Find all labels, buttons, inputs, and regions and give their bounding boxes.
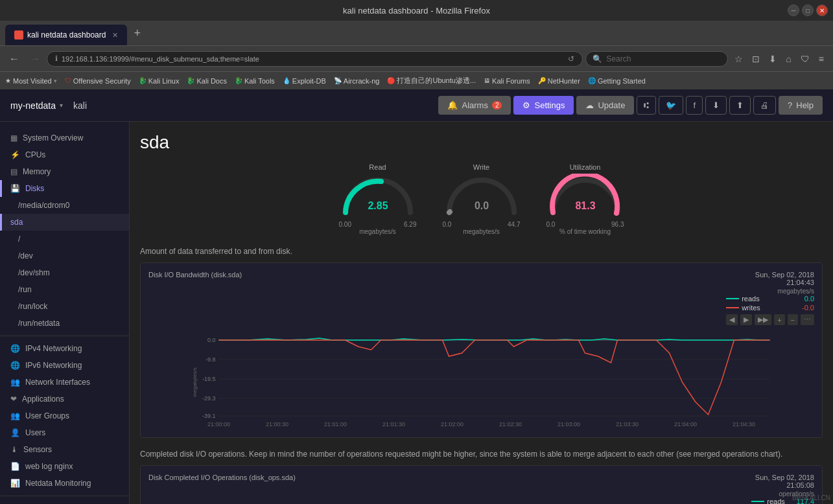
- sidebar-item-run[interactable]: /run: [0, 281, 129, 298]
- sidebar-item-run-lock[interactable]: /run/lock: [0, 298, 129, 315]
- memory-icon: ▤: [10, 167, 18, 176]
- maximize-button[interactable]: □: [802, 5, 814, 16]
- chart1-area[interactable]: 0.0 -9.8 -19.5 -29.3 -39.1: [148, 330, 814, 430]
- chart1-zoom-out-button[interactable]: −: [788, 314, 798, 325]
- sidebar-item-applications[interactable]: ❤ Applications: [0, 391, 129, 407]
- getting-started-icon: 🌐: [588, 77, 596, 84]
- bookmark-aircrack[interactable]: 📡 Aircrack-ng: [334, 77, 380, 85]
- util-gauge: Utilization 81.3 0.0 96.3 % of time w: [534, 163, 637, 235]
- sidebar-item-netdata-monitoring[interactable]: 📊 Netdata Monitoring: [0, 475, 129, 492]
- nav-brand[interactable]: my-netdata ▾: [10, 100, 63, 111]
- sidebar-add-charts[interactable]: + add more charts: [0, 500, 129, 504]
- sidebar-label-sensors: Sensors: [23, 445, 52, 454]
- search-box[interactable]: 🔍 Search: [585, 51, 728, 67]
- update-button[interactable]: ☁ Update: [576, 96, 634, 115]
- alarms-button[interactable]: 🔔 Alarms 2: [438, 96, 511, 115]
- bookmark-getting-started-label: Getting Started: [598, 77, 646, 85]
- minimize-button[interactable]: ─: [788, 5, 799, 16]
- print-button[interactable]: 🖨: [753, 96, 776, 115]
- bookmark-kali-linux[interactable]: 🐉 Kali Linux: [139, 77, 180, 85]
- sidebar-label-memory: Memory: [23, 167, 51, 176]
- sidebar-label-dev: /dev: [18, 251, 33, 260]
- chart2-reads-label: reads: [767, 498, 785, 504]
- sidebar-item-cpus[interactable]: ⚡ CPUs: [0, 146, 129, 163]
- help-button[interactable]: ? Help: [779, 96, 823, 115]
- tab-close-button[interactable]: ✕: [112, 31, 118, 40]
- bookmark-getting-started[interactable]: 🌐 Getting Started: [588, 77, 646, 85]
- chart1-section: Disk I/O Bandwidth (disk.sda) Sun, Sep 0…: [140, 262, 823, 438]
- chart1-writes-label: writes: [742, 304, 760, 312]
- bookmark-offensive-security[interactable]: 🛡 Offensive Security: [65, 77, 131, 85]
- sidebar-item-media-cdrom[interactable]: /media/cdrom0: [0, 197, 129, 214]
- bookmark-kali-docs[interactable]: 🐉 Kali Docs: [187, 77, 226, 85]
- chart1-prev-button[interactable]: ◀: [726, 314, 738, 325]
- sidebar-label-media-cdrom: /media/cdrom0: [18, 201, 69, 210]
- github-button[interactable]: ⑆: [637, 96, 656, 115]
- util-gauge-max: 96.3: [611, 221, 624, 228]
- svg-text:21:02:30: 21:02:30: [499, 421, 522, 428]
- alarm-badge: 2: [492, 101, 502, 109]
- url-box[interactable]: ℹ 192.168.1.136:19999/#menu_disk_submenu…: [47, 51, 583, 67]
- download-button[interactable]: ⬇: [765, 51, 780, 67]
- twitter-button[interactable]: 🐦: [659, 96, 683, 115]
- network-interfaces-icon: 👥: [10, 378, 20, 387]
- refresh-button[interactable]: ↺: [568, 54, 574, 63]
- sidebar-item-root[interactable]: /: [0, 231, 129, 247]
- sidebar-item-web-log-nginx[interactable]: 📄 web log nginx: [0, 458, 129, 475]
- pocket-button[interactable]: 🛡: [797, 51, 814, 67]
- chart1-menu-button[interactable]: ⋯: [801, 314, 814, 325]
- active-tab[interactable]: kali netdata dashboard ✕: [5, 25, 127, 45]
- upload-button[interactable]: ⬆: [729, 96, 751, 115]
- svg-text:21:04:30: 21:04:30: [733, 421, 755, 428]
- chart1-reads-label: reads: [742, 295, 760, 303]
- sidebar-item-ipv6[interactable]: 🌐 IPv6 Networking: [0, 357, 129, 374]
- sidebar-item-user-groups[interactable]: 👥 User Groups: [0, 407, 129, 424]
- sidebar-item-dev[interactable]: /dev: [0, 247, 129, 264]
- window-controls[interactable]: ─ □ ✕: [788, 5, 828, 16]
- svg-text:21:00:00: 21:00:00: [207, 421, 230, 428]
- reader-view-button[interactable]: ⊡: [748, 51, 764, 67]
- bookmark-most-visited[interactable]: ★ Most Visited ▾: [5, 77, 57, 85]
- read-gauge-unit: megabytes/s: [339, 228, 417, 235]
- most-visited-arrow: ▾: [54, 78, 57, 84]
- chart1-zoom-in-button[interactable]: +: [774, 314, 784, 325]
- gauges-row: Read 2.85 0.00 6.29 me: [140, 163, 823, 235]
- bookmark-exploit-db[interactable]: 💧 Exploit-DB: [283, 77, 326, 85]
- chart1-play-button[interactable]: ▶: [740, 314, 752, 325]
- new-tab-button[interactable]: +: [128, 24, 146, 43]
- nav-brand-label: my-netdata: [10, 100, 56, 111]
- chart1-next-button[interactable]: ▶▶: [755, 314, 771, 325]
- sidebar-item-run-netdata[interactable]: /run/netdata: [0, 315, 129, 332]
- download2-button[interactable]: ⬇: [705, 96, 727, 115]
- bookmark-ubuntu[interactable]: 🔴 打造自己的Ubuntu渗透...: [387, 76, 476, 86]
- sidebar-item-users[interactable]: 👤 Users: [0, 424, 129, 441]
- settings-button[interactable]: ⚙ Settings: [513, 96, 574, 115]
- sidebar-item-ipv4[interactable]: 🌐 IPv4 Networking: [0, 340, 129, 357]
- main-content: ▦ System Overview ⚡ CPUs ▤ Memory 💾 Disk…: [0, 122, 833, 504]
- bookmark-nethunter[interactable]: 🔑 NetHunter: [538, 77, 580, 85]
- sidebar-label-cpus: CPUs: [25, 150, 45, 159]
- sidebar-item-sensors[interactable]: 🌡 Sensors: [0, 441, 129, 458]
- close-button[interactable]: ✕: [816, 5, 828, 16]
- sidebar-item-sda[interactable]: sda: [0, 214, 129, 231]
- util-gauge-min: 0.0: [546, 221, 556, 228]
- bookmark-kali-forums[interactable]: 🖥 Kali Forums: [484, 77, 530, 85]
- sidebar-item-dev-shm[interactable]: /dev/shm: [0, 264, 129, 281]
- sidebar-item-network-interfaces[interactable]: 👥 Network Interfaces: [0, 374, 129, 391]
- menu-button[interactable]: ≡: [815, 51, 828, 67]
- svg-text:21:02:00: 21:02:00: [441, 421, 463, 428]
- bookmark-kali-tools[interactable]: 🐉 Kali Tools: [235, 77, 275, 85]
- sidebar-item-disks[interactable]: 💾 Disks: [0, 180, 129, 197]
- sidebar-item-system-overview[interactable]: ▦ System Overview: [0, 130, 129, 146]
- forward-button[interactable]: →: [26, 51, 44, 67]
- bookmark-star-button[interactable]: ☆: [731, 51, 747, 67]
- chart1-reads-value: 0.0: [788, 295, 814, 303]
- sidebar-item-memory[interactable]: ▤ Memory: [0, 163, 129, 180]
- chart1-legend: reads 0.0 writes -0.0: [726, 295, 814, 312]
- bookmark-most-visited-label: Most Visited: [13, 77, 52, 85]
- chart1-time: 21:04:43: [726, 279, 814, 286]
- home-button[interactable]: ⌂: [782, 51, 795, 67]
- back-button[interactable]: ←: [5, 51, 23, 67]
- chart2-description: Completed disk I/O operations. Keep in m…: [140, 448, 823, 460]
- facebook-button[interactable]: f: [686, 96, 703, 115]
